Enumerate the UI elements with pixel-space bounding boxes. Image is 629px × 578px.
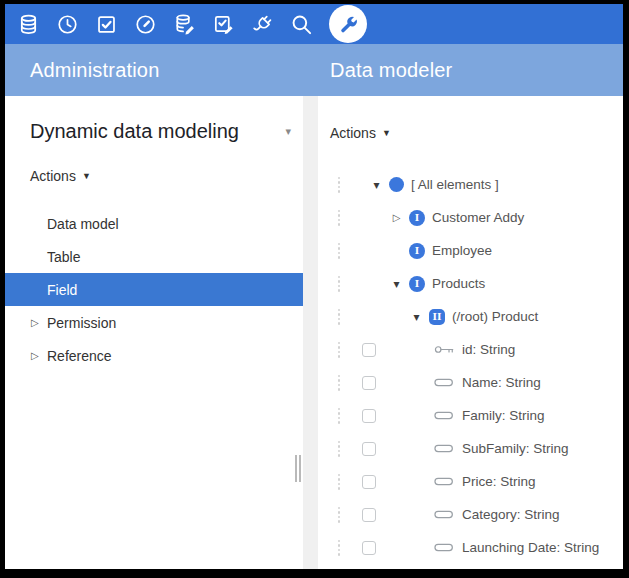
- field-checkbox[interactable]: [362, 409, 376, 423]
- indent-spacer: [376, 415, 428, 416]
- indent-spacer: [376, 547, 428, 548]
- field-checkbox[interactable]: [362, 442, 376, 456]
- indent-spacer: [344, 448, 362, 449]
- expand-triangle-icon[interactable]: ▷: [390, 212, 403, 223]
- tree-row: ▷ICustomer Addy: [318, 201, 623, 234]
- entity-one-icon: I: [409, 276, 425, 292]
- field-icon: [434, 442, 455, 455]
- indent-spacer: [344, 481, 362, 482]
- drag-handle-icon[interactable]: [334, 309, 344, 325]
- database-icon[interactable]: [17, 13, 40, 36]
- tree-label[interactable]: [ All elements ]: [411, 177, 499, 192]
- sidebar-item-permission[interactable]: ▷Permission: [5, 306, 303, 339]
- tree-row: Category: String: [318, 498, 623, 531]
- data-model-tree: ▾[ All elements ]▷ICustomer AddyIEmploye…: [318, 168, 623, 564]
- indent-spacer: [376, 448, 428, 449]
- panel-headers: Administration Data modeler: [5, 44, 623, 96]
- drag-handle-icon[interactable]: [334, 210, 344, 226]
- main-body: Dynamic data modeling ▾ Actions ▼ Data m…: [5, 96, 623, 569]
- expand-triangle-icon[interactable]: ▷: [31, 350, 47, 361]
- collapse-triangle-icon[interactable]: ▾: [370, 178, 383, 192]
- sidebar-item-label: Data model: [47, 216, 119, 232]
- drag-handle-icon[interactable]: [334, 276, 344, 292]
- tree-label[interactable]: Category: String: [462, 507, 560, 522]
- tree-label[interactable]: Family: String: [462, 408, 545, 423]
- entity-two-icon: II: [429, 309, 445, 325]
- tree-label[interactable]: Launching Date: String: [462, 540, 599, 555]
- actions-chevron-down-icon: ▼: [382, 128, 391, 138]
- drag-handle-icon[interactable]: [334, 342, 344, 358]
- tree-label[interactable]: (/root) Product: [452, 309, 538, 324]
- field-checkbox[interactable]: [362, 541, 376, 555]
- plug-icon[interactable]: [251, 13, 274, 36]
- search-icon[interactable]: [290, 13, 313, 36]
- collapse-triangle-icon[interactable]: ▾: [410, 310, 423, 324]
- sidebar-actions-label: Actions: [30, 168, 76, 184]
- tree-label[interactable]: Price: String: [462, 474, 536, 489]
- tree-label[interactable]: Customer Addy: [432, 210, 524, 225]
- drag-handle-icon[interactable]: [334, 375, 344, 391]
- field-icon: [434, 475, 455, 488]
- sidebar-item-table[interactable]: Table: [5, 240, 303, 273]
- checkbox-icon[interactable]: [95, 13, 118, 36]
- sidebar-item-label: Reference: [47, 348, 112, 364]
- administration-panel: Dynamic data modeling ▾ Actions ▼ Data m…: [5, 96, 303, 569]
- indent-spacer: [344, 349, 362, 350]
- field-checkbox[interactable]: [362, 343, 376, 357]
- tree-row: ▾IProducts: [318, 267, 623, 300]
- tree-row: id: String: [318, 333, 623, 366]
- drag-handle-icon[interactable]: [334, 540, 344, 556]
- tree-label[interactable]: Products: [432, 276, 485, 291]
- top-toolbar: [5, 4, 623, 44]
- tree-row: ▾II(/root) Product: [318, 300, 623, 333]
- field-checkbox[interactable]: [362, 376, 376, 390]
- collapse-triangle-icon[interactable]: ▾: [390, 277, 403, 291]
- tree-actions-button[interactable]: Actions ▼: [330, 125, 391, 141]
- sidebar-item-label: Permission: [47, 315, 116, 331]
- title-chevron-down-icon[interactable]: ▾: [285, 125, 291, 138]
- panel-resize-grip[interactable]: [295, 455, 301, 482]
- data-modeler-panel: Actions ▼ ▾[ All elements ]▷ICustomer Ad…: [318, 96, 623, 569]
- key-icon: [434, 343, 455, 356]
- tree-label[interactable]: id: String: [462, 342, 515, 357]
- field-icon: [434, 376, 455, 389]
- sidebar-item-field[interactable]: Field: [5, 273, 303, 306]
- drag-handle-icon[interactable]: [334, 408, 344, 424]
- gauge-icon[interactable]: [134, 13, 157, 36]
- field-checkbox[interactable]: [362, 475, 376, 489]
- indent-spacer: [376, 481, 428, 482]
- administration-header: Administration: [30, 44, 160, 96]
- tree-label[interactable]: Employee: [432, 243, 492, 258]
- clock-icon[interactable]: [56, 13, 79, 36]
- sidebar-item-reference[interactable]: ▷Reference: [5, 339, 303, 372]
- tree-row: ▾[ All elements ]: [318, 168, 623, 201]
- drag-handle-icon[interactable]: [334, 243, 344, 259]
- expand-triangle-icon[interactable]: ▷: [31, 317, 47, 328]
- drag-handle-icon[interactable]: [334, 507, 344, 523]
- tree-label[interactable]: Name: String: [462, 375, 541, 390]
- database-edit-icon[interactable]: [173, 13, 196, 36]
- indent-spacer: [344, 316, 410, 317]
- tree-row: Price: String: [318, 465, 623, 498]
- tree-row: Launching Date: String: [318, 531, 623, 564]
- sidebar-item-label: Field: [47, 282, 77, 298]
- tree-actions-label: Actions: [330, 125, 376, 141]
- circle-solid-icon: [389, 177, 404, 192]
- indent-spacer: [376, 514, 428, 515]
- sidebar-actions-button[interactable]: Actions ▼: [30, 168, 91, 184]
- drag-handle-icon[interactable]: [334, 177, 344, 193]
- indent-spacer: [376, 349, 428, 350]
- field-checkbox[interactable]: [362, 508, 376, 522]
- drag-handle-icon[interactable]: [334, 474, 344, 490]
- indent-spacer: [376, 382, 428, 383]
- window-frame: Administration Data modeler Dynamic data…: [0, 0, 629, 578]
- page-title-dropdown[interactable]: Dynamic data modeling ▾: [5, 116, 303, 146]
- indent-spacer: [344, 217, 390, 218]
- drag-handle-icon[interactable]: [334, 441, 344, 457]
- field-icon: [434, 508, 455, 521]
- sidebar-item-data-model[interactable]: Data model: [5, 207, 303, 240]
- tree-row: Family: String: [318, 399, 623, 432]
- wrench-icon[interactable]: [329, 5, 367, 43]
- checkbox-edit-icon[interactable]: [212, 13, 235, 36]
- tree-label[interactable]: SubFamily: String: [462, 441, 569, 456]
